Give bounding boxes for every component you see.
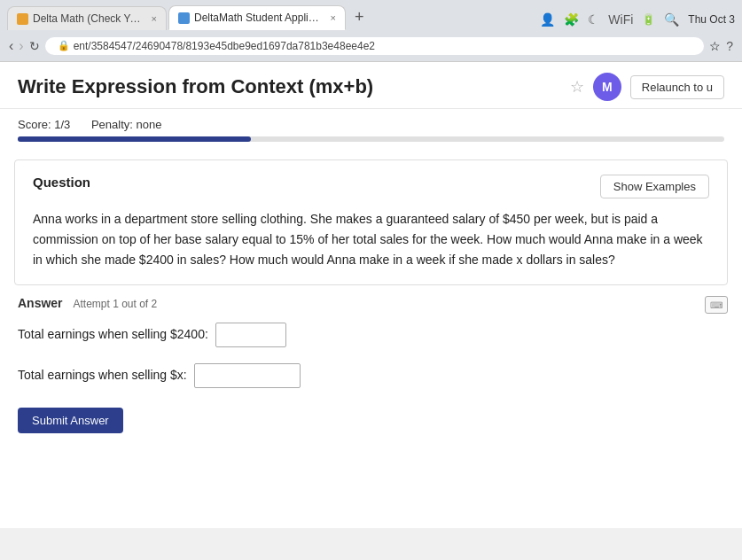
answer-header: Answer Attempt 1 out of 2	[18, 296, 724, 310]
page-content: Write Expression from Context (mx+b) ☆ M…	[0, 62, 742, 528]
progress-bar-fill	[18, 136, 251, 142]
progress-bar-container	[18, 136, 724, 142]
tab-close-1[interactable]: ×	[152, 13, 157, 24]
wifi-icon: WiFi	[608, 12, 633, 27]
tab-label-1: Delta Math (Check Your Und...	[33, 12, 145, 25]
page-header: Write Expression from Context (mx+b) ☆ M…	[0, 62, 742, 109]
score-bar: Score: 1/3 Penalty: none	[0, 109, 742, 149]
row1-input[interactable]	[215, 323, 286, 347]
attempt-label: Attempt 1 out of 2	[73, 298, 157, 310]
row1-label: Total earnings when selling $2400:	[18, 327, 208, 341]
battery-icon: 🔋	[642, 13, 655, 26]
lock-icon: 🔒	[58, 40, 70, 51]
score-label: Score: 1/3	[18, 118, 70, 131]
question-label: Question	[33, 175, 90, 190]
tab-add-button[interactable]: +	[348, 5, 371, 28]
score-labels: Score: 1/3 Penalty: none	[18, 118, 724, 131]
star-icon[interactable]: ☆	[570, 77, 584, 97]
tab-icon-2	[178, 12, 190, 24]
answer-row-2: Total earnings when selling $x:	[18, 363, 724, 388]
browser-system-icons: 👤 🧩 ☾ WiFi 🔋 🔍 Thu Oct 3	[540, 12, 735, 30]
profile-icon: 👤	[540, 12, 555, 27]
address-bar: ‹ › ↻ 🔒 ent/3584547/24690478/8193e45dbe9…	[0, 30, 742, 62]
tab-deltamath-student[interactable]: DeltaMath Student Applicatio... ×	[168, 5, 346, 30]
header-right: ☆ M Relaunch to u	[570, 73, 724, 101]
answer-label: Answer	[18, 296, 63, 310]
answer-section: Answer Attempt 1 out of 2 ⌨ Total earnin…	[14, 296, 728, 433]
browser-chrome: Delta Math (Check Your Und... × DeltaMat…	[0, 0, 742, 62]
page-title: Write Expression from Context (mx+b)	[18, 75, 373, 98]
keyboard-icon[interactable]: ⌨	[705, 296, 728, 314]
penalty-label: Penalty: none	[91, 118, 162, 131]
nav-back[interactable]: ‹	[9, 38, 13, 54]
tab-close-2[interactable]: ×	[331, 12, 336, 23]
toolbar-icons: ☆ ?	[709, 39, 733, 53]
extension-icon: 🧩	[564, 12, 579, 27]
submit-button[interactable]: Submit Answer	[18, 408, 123, 433]
answer-row-1: Total earnings when selling $2400:	[18, 323, 724, 347]
avatar: M	[593, 73, 621, 101]
row2-label: Total earnings when selling $x:	[18, 368, 187, 382]
tab-icon-1	[17, 13, 28, 25]
bookmark-icon[interactable]: ☆	[709, 39, 721, 53]
search-icon[interactable]: 🔍	[664, 12, 679, 27]
row2-input[interactable]	[194, 363, 301, 388]
tab-delta-math[interactable]: Delta Math (Check Your Und... ×	[7, 6, 167, 30]
nav-refresh[interactable]: ↻	[29, 39, 40, 53]
help-icon[interactable]: ?	[726, 39, 733, 53]
tab-bar: Delta Math (Check Your Und... × DeltaMat…	[0, 0, 742, 30]
address-text: ent/3584547/24690478/8193e45dbe9ed1697da…	[74, 40, 375, 52]
question-section: Question Show Examples Anna works in a d…	[14, 159, 728, 285]
datetime-label: Thu Oct 3	[688, 13, 735, 26]
address-input-container[interactable]: 🔒 ent/3584547/24690478/8193e45dbe9ed1697…	[45, 37, 705, 55]
tab-label-2: DeltaMath Student Applicatio...	[194, 12, 324, 24]
nav-forward[interactable]: ›	[19, 38, 23, 54]
show-examples-button[interactable]: Show Examples	[600, 175, 709, 198]
moon-icon: ☾	[588, 12, 599, 27]
question-text: Anna works in a department store selling…	[33, 209, 709, 270]
relaunch-button[interactable]: Relaunch to u	[630, 75, 724, 99]
